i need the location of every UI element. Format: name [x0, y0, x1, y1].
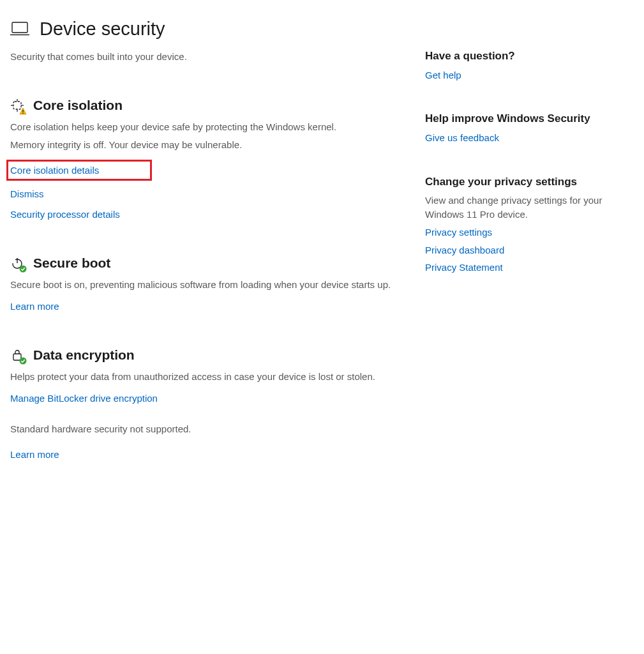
core-isolation-desc: Core isolation helps keep your device sa… — [10, 120, 400, 134]
ok-badge-icon — [19, 357, 27, 365]
privacy-dashboard-link[interactable]: Privacy dashboard — [425, 243, 617, 257]
sidebar-privacy: Change your privacy settings View and ch… — [425, 174, 617, 275]
sidebar-question: Have a question? Get help — [425, 49, 617, 82]
section-core-isolation: Core isolation Core isolation helps keep… — [10, 96, 400, 222]
chip-icon — [10, 98, 24, 112]
secure-boot-learn-more-link[interactable]: Learn more — [10, 300, 59, 314]
page-title: Device security — [40, 15, 165, 42]
svg-point-13 — [20, 358, 27, 365]
svg-point-11 — [20, 266, 27, 273]
privacy-heading: Change your privacy settings — [425, 174, 617, 190]
standard-hardware-text: Standard hardware security not supported… — [10, 422, 400, 436]
core-isolation-warning: Memory integrity is off. Your device may… — [10, 138, 400, 152]
security-processor-details-link[interactable]: Security processor details — [10, 208, 400, 222]
question-heading: Have a question? — [425, 49, 617, 65]
highlight-box: Core isolation details — [6, 160, 152, 181]
data-encryption-desc: Helps protect your data from unauthorize… — [10, 370, 400, 384]
section-secure-boot: Secure boot Secure boot is on, preventin… — [10, 254, 400, 314]
secure-boot-desc: Secure boot is on, preventing malicious … — [10, 278, 400, 292]
standard-learn-more-link[interactable]: Learn more — [10, 448, 59, 462]
manage-bitlocker-link[interactable]: Manage BitLocker drive encryption — [10, 392, 158, 406]
device-icon — [10, 21, 29, 36]
page-header: Device security — [10, 15, 400, 42]
ok-badge-icon — [19, 265, 27, 273]
dismiss-link[interactable]: Dismiss — [10, 187, 400, 201]
sidebar-improve: Help improve Windows Security Give us fe… — [425, 111, 617, 144]
power-icon — [10, 256, 24, 270]
get-help-link[interactable]: Get help — [425, 68, 617, 82]
core-isolation-title: Core isolation — [33, 96, 123, 115]
svg-point-8 — [22, 113, 23, 114]
give-feedback-link[interactable]: Give us feedback — [425, 131, 617, 145]
privacy-settings-link[interactable]: Privacy settings — [425, 225, 617, 240]
warning-badge-icon — [19, 107, 27, 115]
page-subtitle: Security that comes built into your devi… — [10, 50, 400, 64]
privacy-text: View and change privacy settings for you… — [425, 194, 617, 222]
secure-boot-title: Secure boot — [33, 254, 110, 273]
data-encryption-title: Data encryption — [33, 346, 135, 365]
svg-rect-0 — [12, 22, 27, 33]
improve-heading: Help improve Windows Security — [425, 111, 617, 127]
lock-icon — [10, 348, 24, 362]
privacy-statement-link[interactable]: Privacy Statement — [425, 261, 617, 275]
section-data-encryption: Data encryption Helps protect your data … — [10, 346, 400, 406]
core-isolation-details-link[interactable]: Core isolation details — [10, 164, 99, 178]
